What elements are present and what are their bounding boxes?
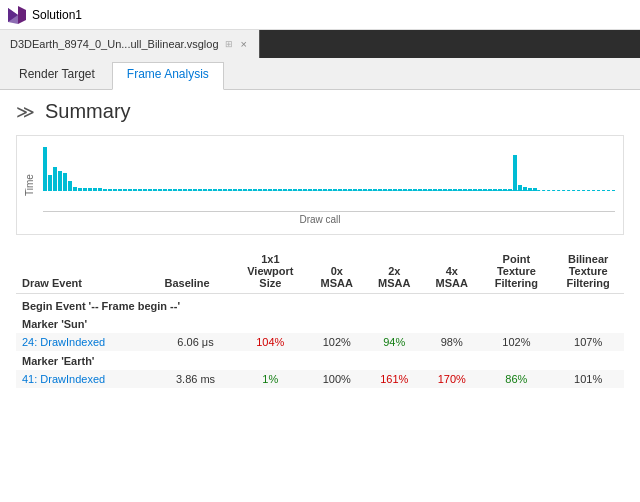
svg-marker-2 — [8, 8, 18, 24]
chart-bar — [48, 175, 52, 191]
summary-header: ≫ Summary — [16, 100, 624, 123]
tab-frame-analysis[interactable]: Frame Analysis — [112, 62, 224, 90]
col-msaa-2x: 2xMSAA — [366, 249, 423, 294]
chart-area: Time Draw call — [16, 135, 624, 235]
msaa4-cell: 170% — [423, 370, 480, 388]
table-row: 41: DrawIndexed3.86 ms1%100%161%170%86%1… — [16, 370, 624, 388]
section-header-row: Begin Event '-- Frame begin --' — [16, 294, 624, 315]
col-baseline: Baseline — [158, 249, 232, 294]
title-bar-text: Solution1 — [32, 8, 82, 22]
chart-bar — [43, 147, 47, 191]
data-table: Draw Event Baseline 1x1ViewportSize 0xMS… — [16, 249, 624, 388]
chart-y-label: Time — [24, 174, 35, 196]
main-content: ≫ Summary Time Draw call Draw Event Base… — [0, 90, 640, 502]
viewport-cell: 1% — [233, 370, 308, 388]
section-header-cell: Begin Event '-- Frame begin --' — [16, 294, 624, 315]
point-cell: 102% — [481, 333, 553, 351]
chart-bar — [58, 171, 62, 191]
msaa0-cell: 102% — [308, 333, 365, 351]
draw-event-cell[interactable]: 24: DrawIndexed — [16, 333, 158, 351]
tab-bar: D3DEarth_8974_0_Un...ull_Bilinear.vsglog… — [0, 30, 640, 58]
chart-baseline — [43, 190, 615, 191]
col-msaa-4x: 4xMSAA — [423, 249, 480, 294]
col-bilinear-texture: BilinearTextureFiltering — [552, 249, 624, 294]
msaa2-cell: 94% — [366, 333, 423, 351]
collapse-icon[interactable]: ≫ — [16, 103, 35, 121]
marker-row: Marker 'Sun' — [16, 314, 624, 333]
tab-render-target[interactable]: Render Target — [4, 62, 110, 89]
msaa4-cell: 98% — [423, 333, 480, 351]
bilinear-cell: 107% — [552, 333, 624, 351]
svg-marker-1 — [18, 6, 26, 24]
marker-cell: Marker 'Earth' — [16, 351, 624, 370]
close-tab-button[interactable]: × — [239, 37, 249, 51]
baseline-cell: 3.86 ms — [158, 370, 232, 388]
draw-event-cell[interactable]: 41: DrawIndexed — [16, 370, 158, 388]
chart-bar — [53, 167, 57, 191]
col-msaa-0x: 0xMSAA — [308, 249, 365, 294]
file-tab-label: D3DEarth_8974_0_Un...ull_Bilinear.vsglog — [10, 38, 219, 50]
bilinear-cell: 101% — [552, 370, 624, 388]
marker-row: Marker 'Earth' — [16, 351, 624, 370]
col-draw-event: Draw Event — [16, 249, 158, 294]
file-tab[interactable]: D3DEarth_8974_0_Un...ull_Bilinear.vsglog… — [0, 30, 260, 58]
baseline-cell: 6.06 μs — [158, 333, 232, 351]
viewport-cell: 104% — [233, 333, 308, 351]
msaa2-cell: 161% — [366, 370, 423, 388]
toolbar: Render Target Frame Analysis — [0, 58, 640, 90]
chart-bar — [63, 173, 67, 191]
table-row: 24: DrawIndexed6.06 μs104%102%94%98%102%… — [16, 333, 624, 351]
col-point-texture: PointTextureFiltering — [481, 249, 553, 294]
col-viewport-size: 1x1ViewportSize — [233, 249, 308, 294]
summary-title: Summary — [45, 100, 131, 123]
title-bar: Solution1 — [0, 0, 640, 30]
chart-x-label: Draw call — [25, 214, 615, 225]
chart-inner — [43, 142, 615, 212]
marker-cell: Marker 'Sun' — [16, 314, 624, 333]
pin-icon: ⊞ — [225, 39, 233, 49]
chart-bar — [513, 155, 517, 191]
msaa0-cell: 100% — [308, 370, 365, 388]
point-cell: 86% — [481, 370, 553, 388]
vs-logo-icon — [8, 6, 26, 24]
chart-bars — [43, 142, 615, 211]
table-header-row: Draw Event Baseline 1x1ViewportSize 0xMS… — [16, 249, 624, 294]
